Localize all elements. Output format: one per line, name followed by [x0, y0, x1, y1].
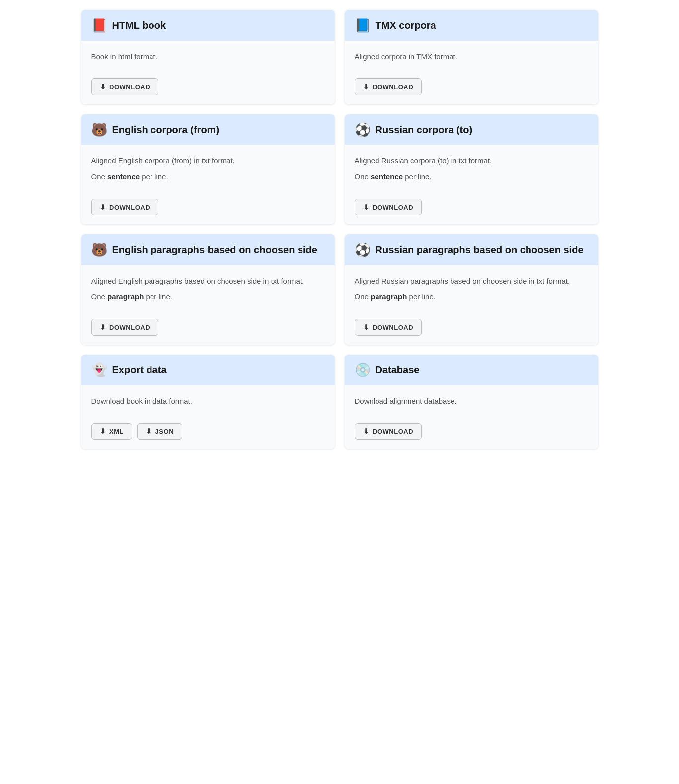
download-arrow-icon: ⬇ — [100, 83, 106, 91]
card-body-database: Download alignment database. — [345, 385, 598, 416]
card-description-tmx-corpora: Aligned corpora in TMX format. — [355, 51, 588, 63]
download-arrow-icon: ⬇ — [363, 203, 370, 211]
card-description-russian-corpora: Aligned Russian corpora (to) in txt form… — [355, 155, 588, 167]
card-header-english-paragraphs: 🐻English paragraphs based on choosen sid… — [81, 234, 335, 265]
download-xml-button[interactable]: ⬇XML — [91, 423, 133, 440]
card-footer-tmx-corpora: ⬇DOWNLOAD — [345, 71, 598, 104]
card-html-book: 📕HTML bookBook in html format.⬇DOWNLOAD — [81, 10, 335, 104]
database-icon: 💿 — [355, 363, 371, 376]
card-header-database: 💿Database — [345, 355, 598, 385]
card-grid: 📕HTML bookBook in html format.⬇DOWNLOAD📘… — [81, 10, 598, 449]
btn-label-download-russian-para-button: DOWNLOAD — [373, 324, 413, 331]
english-icon: 🐻 — [91, 123, 107, 136]
download-tmx-button[interactable]: ⬇DOWNLOAD — [355, 78, 422, 95]
card-tmx-corpora: 📘TMX corporaAligned corpora in TMX forma… — [345, 10, 598, 104]
card-body-english-corpora: Aligned English corpora (from) in txt fo… — [81, 145, 335, 192]
card-description2-english-paragraphs: One paragraph per line. — [91, 291, 325, 303]
card-bold-russian-corpora: sentence — [371, 172, 403, 181]
card-body-tmx-corpora: Aligned corpora in TMX format. — [345, 41, 598, 71]
russian-icon: ⚽ — [355, 123, 371, 136]
card-body-english-paragraphs: Aligned English paragraphs based on choo… — [81, 265, 335, 312]
card-title-export-data: Export data — [112, 363, 167, 376]
card-header-russian-paragraphs: ⚽Russian paragraphs based on choosen sid… — [345, 234, 598, 265]
download-html-button[interactable]: ⬇DOWNLOAD — [91, 78, 159, 95]
card-russian-corpora: ⚽Russian corpora (to)Aligned Russian cor… — [345, 114, 598, 224]
card-bold-russian-paragraphs: paragraph — [371, 292, 407, 301]
card-body-export-data: Download book in data format. — [81, 385, 335, 416]
card-title-russian-paragraphs: Russian paragraphs based on choosen side — [376, 243, 584, 256]
btn-label-download-english-para-button: DOWNLOAD — [109, 324, 150, 331]
card-title-english-paragraphs: English paragraphs based on choosen side — [112, 243, 317, 256]
card-footer-russian-corpora: ⬇DOWNLOAD — [345, 192, 598, 224]
download-arrow-icon: ⬇ — [100, 323, 106, 331]
card-description-russian-paragraphs: Aligned Russian paragraphs based on choo… — [355, 275, 588, 287]
download-database-button[interactable]: ⬇DOWNLOAD — [355, 423, 422, 440]
card-russian-paragraphs: ⚽Russian paragraphs based on choosen sid… — [345, 234, 598, 345]
btn-label-download-html-button: DOWNLOAD — [109, 83, 150, 91]
download-arrow-icon: ⬇ — [100, 203, 106, 211]
btn-label-download-json-button: JSON — [155, 428, 174, 435]
card-header-tmx-corpora: 📘TMX corpora — [345, 10, 598, 41]
download-english-button[interactable]: ⬇DOWNLOAD — [91, 199, 159, 215]
download-english-para-button[interactable]: ⬇DOWNLOAD — [91, 319, 159, 336]
card-bold-english-paragraphs: paragraph — [107, 292, 144, 301]
btn-label-download-database-button: DOWNLOAD — [373, 428, 413, 435]
card-header-russian-corpora: ⚽Russian corpora (to) — [345, 114, 598, 145]
card-database: 💿DatabaseDownload alignment database.⬇DO… — [345, 355, 598, 449]
btn-label-download-xml-button: XML — [109, 428, 124, 435]
card-header-export-data: 👻Export data — [81, 355, 335, 385]
export-icon: 👻 — [91, 363, 107, 376]
btn-label-download-russian-button: DOWNLOAD — [373, 204, 413, 211]
btn-label-download-tmx-button: DOWNLOAD — [373, 83, 413, 91]
english-para-icon: 🐻 — [91, 243, 107, 256]
download-arrow-icon: ⬇ — [146, 428, 152, 435]
card-export-data: 👻Export dataDownload book in data format… — [81, 355, 335, 449]
card-title-english-corpora: English corpora (from) — [112, 123, 220, 136]
card-footer-english-corpora: ⬇DOWNLOAD — [81, 192, 335, 224]
card-title-russian-corpora: Russian corpora (to) — [376, 123, 473, 136]
card-title-html-book: HTML book — [112, 19, 166, 32]
card-description-html-book: Book in html format. — [91, 51, 325, 63]
download-arrow-icon: ⬇ — [363, 83, 370, 91]
download-russian-para-button[interactable]: ⬇DOWNLOAD — [355, 319, 422, 336]
card-header-english-corpora: 🐻English corpora (from) — [81, 114, 335, 145]
card-body-russian-paragraphs: Aligned Russian paragraphs based on choo… — [345, 265, 598, 312]
card-title-database: Database — [376, 363, 420, 376]
card-footer-html-book: ⬇DOWNLOAD — [81, 71, 335, 104]
card-description-english-paragraphs: Aligned English paragraphs based on choo… — [91, 275, 325, 287]
card-footer-database: ⬇DOWNLOAD — [345, 416, 598, 449]
card-bold-english-corpora: sentence — [107, 172, 140, 181]
download-arrow-icon: ⬇ — [100, 428, 106, 435]
download-arrow-icon: ⬇ — [363, 323, 370, 331]
card-description2-russian-paragraphs: One paragraph per line. — [355, 291, 588, 303]
download-json-button[interactable]: ⬇JSON — [137, 423, 182, 440]
card-footer-export-data: ⬇XML⬇JSON — [81, 416, 335, 449]
card-english-corpora: 🐻English corpora (from)Aligned English c… — [81, 114, 335, 224]
download-arrow-icon: ⬇ — [363, 428, 370, 435]
card-english-paragraphs: 🐻English paragraphs based on choosen sid… — [81, 234, 335, 345]
card-description2-russian-corpora: One sentence per line. — [355, 171, 588, 183]
card-body-russian-corpora: Aligned Russian corpora (to) in txt form… — [345, 145, 598, 192]
card-description-english-corpora: Aligned English corpora (from) in txt fo… — [91, 155, 325, 167]
card-title-tmx-corpora: TMX corpora — [376, 19, 436, 32]
btn-label-download-english-button: DOWNLOAD — [109, 204, 150, 211]
tmx-icon: 📘 — [355, 19, 371, 32]
card-description2-english-corpora: One sentence per line. — [91, 171, 325, 183]
download-russian-button[interactable]: ⬇DOWNLOAD — [355, 199, 422, 215]
card-body-html-book: Book in html format. — [81, 41, 335, 71]
card-description-export-data: Download book in data format. — [91, 395, 325, 407]
card-footer-russian-paragraphs: ⬇DOWNLOAD — [345, 312, 598, 345]
card-description-database: Download alignment database. — [355, 395, 588, 407]
book-icon: 📕 — [91, 19, 107, 32]
card-header-html-book: 📕HTML book — [81, 10, 335, 41]
russian-para-icon: ⚽ — [355, 243, 371, 256]
card-footer-english-paragraphs: ⬇DOWNLOAD — [81, 312, 335, 345]
